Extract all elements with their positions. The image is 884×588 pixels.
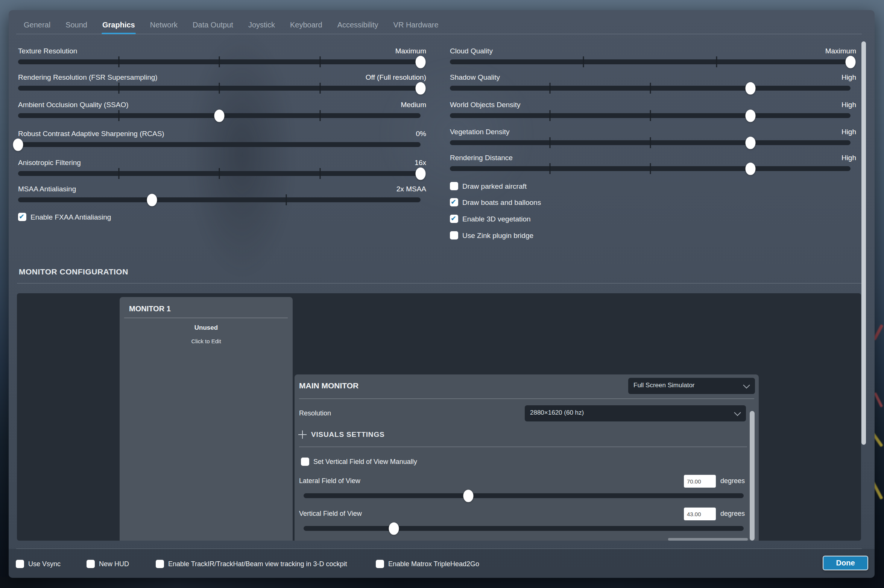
checkbox-box[interactable]: ✔ bbox=[450, 231, 458, 239]
monitor-1-edit-hint[interactable]: Click to Edit bbox=[120, 338, 293, 344]
tab-keyboard[interactable]: Keyboard bbox=[290, 16, 322, 33]
slider-track[interactable] bbox=[450, 59, 851, 64]
tab-graphics[interactable]: Graphics bbox=[102, 16, 135, 33]
slider-thumb[interactable] bbox=[416, 167, 426, 180]
slider-thumb[interactable] bbox=[745, 82, 755, 94]
checkbox-label: Draw boats and balloons bbox=[462, 199, 541, 207]
vertical-fov-label: Vertical Field of View bbox=[299, 510, 362, 518]
checkbox-label: Enable 3D vegetation bbox=[462, 215, 531, 223]
slider-tick bbox=[550, 137, 551, 148]
checkbox-box[interactable]: ✔ bbox=[450, 182, 458, 190]
slider-tick bbox=[118, 56, 119, 67]
tab-sound[interactable]: Sound bbox=[65, 16, 87, 33]
monitor-1-card[interactable]: MONITOR 1 Unused Click to Edit bbox=[120, 297, 293, 541]
slider-texture-resolution: Texture Resolution Maximum bbox=[18, 47, 426, 70]
slider-track[interactable] bbox=[18, 171, 421, 176]
slider-tick bbox=[550, 83, 551, 94]
slider-thumb[interactable] bbox=[13, 138, 23, 151]
screen-mode-dropdown[interactable]: Full Screen Simulator bbox=[628, 378, 755, 394]
checkbox-box[interactable]: ✔ bbox=[87, 560, 95, 568]
slider-track[interactable] bbox=[450, 113, 851, 118]
slider-label: Robust Contrast Adaptive Sharpening (RCA… bbox=[18, 130, 164, 138]
main-monitor-horizontal-scrollbar[interactable] bbox=[668, 538, 748, 541]
slider-track[interactable] bbox=[450, 86, 851, 91]
tab-general[interactable]: General bbox=[24, 16, 50, 33]
slider-tick bbox=[650, 83, 651, 94]
monitor-configuration-separator bbox=[17, 283, 862, 283]
slider-thumb[interactable] bbox=[745, 162, 755, 175]
checkbox-box[interactable]: ✔ bbox=[18, 213, 26, 221]
slider-tick bbox=[219, 83, 220, 94]
checkbox-label: New HUD bbox=[99, 560, 129, 568]
slider-track[interactable] bbox=[18, 59, 421, 64]
slider-rendering-resolution: Rendering Resolution (FSR Supersampling)… bbox=[18, 73, 426, 96]
checkbox-label: Use Zink plugin bridge bbox=[462, 232, 533, 240]
slider-track[interactable] bbox=[18, 142, 421, 147]
tab-accessibility[interactable]: Accessibility bbox=[337, 16, 378, 33]
slider-tick bbox=[550, 163, 551, 174]
main-monitor-vertical-scrollbar[interactable] bbox=[750, 411, 755, 541]
slider-thumb[interactable] bbox=[389, 522, 399, 535]
lateral-fov-label: Lateral Field of View bbox=[299, 477, 360, 485]
slider-track[interactable] bbox=[18, 197, 421, 202]
slider-track[interactable] bbox=[18, 86, 421, 91]
checkbox-label: Set Vertical Field of View Manually bbox=[313, 458, 417, 466]
chevron-down-icon bbox=[743, 382, 750, 388]
slider-value: 16x bbox=[415, 159, 426, 167]
checkbox-box[interactable]: ✔ bbox=[301, 458, 309, 466]
slider-thumb[interactable] bbox=[463, 489, 473, 502]
checkbox-label: Draw parked aircraft bbox=[462, 182, 527, 191]
slider-tick bbox=[219, 56, 220, 67]
resolution-dropdown[interactable]: 2880×1620 (60 hz) bbox=[525, 405, 746, 421]
tab-joystick[interactable]: Joystick bbox=[248, 16, 275, 33]
slider-label: Rendering Resolution (FSR Supersampling) bbox=[18, 73, 158, 82]
slider-tick bbox=[650, 163, 651, 174]
tab-bar: General Sound Graphics Network Data Outp… bbox=[24, 16, 439, 33]
vertical-fov-input[interactable] bbox=[684, 508, 716, 520]
slider-thumb[interactable] bbox=[416, 82, 426, 94]
checkbox-box[interactable]: ✔ bbox=[376, 560, 384, 568]
monitor-1-separator bbox=[124, 318, 288, 318]
chevron-down-icon bbox=[734, 409, 741, 416]
slider-track[interactable] bbox=[450, 140, 851, 145]
tab-data-output[interactable]: Data Output bbox=[193, 16, 233, 33]
slider-track[interactable] bbox=[18, 113, 421, 118]
lateral-fov-input[interactable] bbox=[684, 475, 716, 488]
checkbox-label: Enable Matrox TripleHead2Go bbox=[388, 560, 479, 568]
slider-world-objects-density: World Objects Density High bbox=[450, 101, 856, 123]
slider-value: High bbox=[841, 101, 856, 109]
slider-thumb[interactable] bbox=[147, 194, 157, 206]
tab-network[interactable]: Network bbox=[150, 16, 178, 33]
slider-anisotropic-filtering: Anisotropic Filtering 16x bbox=[18, 159, 426, 181]
lateral-fov-slider-track[interactable] bbox=[304, 493, 744, 498]
tab-vr-hardware[interactable]: VR Hardware bbox=[393, 16, 439, 33]
slider-shadow-quality: Shadow Quality High bbox=[450, 73, 856, 96]
slider-label: World Objects Density bbox=[450, 101, 521, 109]
checkbox-box[interactable]: ✔ bbox=[16, 560, 24, 568]
slider-thumb[interactable] bbox=[214, 109, 225, 122]
slider-value: Maximum bbox=[395, 47, 426, 55]
main-monitor-title: MAIN MONITOR bbox=[299, 381, 358, 390]
slider-tick bbox=[550, 110, 551, 121]
slider-label: Vegetation Density bbox=[450, 128, 509, 136]
slider-thumb[interactable] bbox=[745, 109, 755, 122]
plus-icon bbox=[298, 430, 307, 439]
slider-value: High bbox=[841, 154, 856, 162]
slider-thumb[interactable] bbox=[416, 56, 426, 68]
slider-cloud-quality: Cloud Quality Maximum bbox=[450, 47, 856, 70]
slider-tick bbox=[118, 168, 119, 179]
checkbox-box[interactable]: ✔ bbox=[156, 560, 164, 568]
slider-thumb[interactable] bbox=[745, 136, 755, 149]
slider-value: 2x MSAA bbox=[396, 185, 426, 193]
vertical-fov-slider-track[interactable] bbox=[304, 526, 744, 531]
window-vertical-scrollbar[interactable] bbox=[861, 41, 866, 445]
background-taxiway-line bbox=[874, 392, 883, 408]
checkbox-box[interactable]: ✔ bbox=[450, 198, 458, 206]
slider-thumb[interactable] bbox=[846, 56, 856, 68]
visuals-settings-header[interactable]: VISUALS SETTINGS bbox=[298, 430, 384, 439]
main-monitor-separator bbox=[299, 399, 754, 399]
done-button[interactable]: Done bbox=[823, 556, 868, 570]
slider-track[interactable] bbox=[450, 166, 851, 171]
checkbox-box[interactable]: ✔ bbox=[450, 215, 458, 223]
slider-tick bbox=[716, 56, 717, 67]
